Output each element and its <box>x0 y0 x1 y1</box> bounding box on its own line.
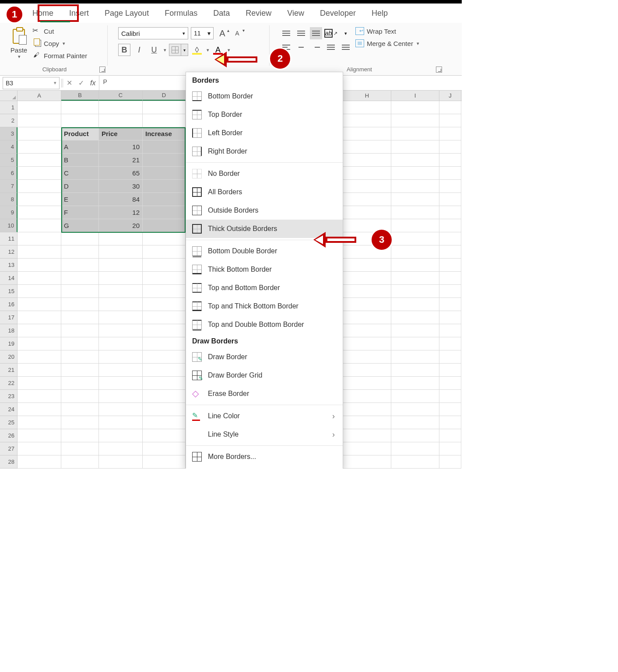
row-header[interactable]: 13 <box>0 259 18 272</box>
menu-top-and-double-bottom-border[interactable]: Top and Double Bottom Border <box>186 315 343 334</box>
cell[interactable] <box>18 377 61 390</box>
copy-button[interactable]: Copy▾ <box>33 39 87 47</box>
borders-dropdown-button[interactable]: ▾ <box>181 44 188 56</box>
cell[interactable] <box>61 429 99 442</box>
cell[interactable] <box>391 416 439 429</box>
cell[interactable] <box>61 403 99 416</box>
cell[interactable] <box>343 455 391 469</box>
cell[interactable] <box>18 140 61 154</box>
cell[interactable] <box>439 272 461 285</box>
row-header[interactable]: 20 <box>0 350 18 364</box>
cell[interactable] <box>143 272 186 285</box>
cell[interactable] <box>391 442 439 455</box>
bold-button[interactable]: B <box>118 44 130 56</box>
row-header[interactable]: 9 <box>0 206 18 219</box>
cell[interactable] <box>439 442 461 455</box>
row-header[interactable]: 18 <box>0 324 18 337</box>
cell[interactable] <box>343 206 391 219</box>
cell[interactable] <box>391 193 439 206</box>
cell[interactable] <box>99 390 143 403</box>
cell[interactable] <box>143 390 186 403</box>
row-header[interactable]: 5 <box>0 154 18 167</box>
cell[interactable] <box>18 127 61 140</box>
row-header[interactable]: 17 <box>0 311 18 324</box>
cell[interactable] <box>99 337 143 350</box>
cell[interactable] <box>343 154 391 167</box>
row-header[interactable]: 1 <box>0 101 18 114</box>
cut-button[interactable]: Cut <box>33 27 87 35</box>
cell[interactable] <box>18 206 61 219</box>
chevron-down-icon[interactable]: ▾ <box>417 41 419 46</box>
cell[interactable] <box>439 390 461 403</box>
cell[interactable] <box>61 324 99 337</box>
cell[interactable] <box>143 285 186 298</box>
cell[interactable] <box>143 377 186 390</box>
cell[interactable] <box>343 364 391 377</box>
cell[interactable] <box>18 232 61 245</box>
cell[interactable] <box>439 377 461 390</box>
cell[interactable] <box>391 232 439 245</box>
cell[interactable] <box>99 114 143 127</box>
cell[interactable] <box>18 403 61 416</box>
increase-indent-button[interactable] <box>340 41 352 53</box>
cell[interactable] <box>18 350 61 364</box>
tab-view[interactable]: View <box>285 7 306 20</box>
cell[interactable] <box>18 311 61 324</box>
cell[interactable] <box>391 180 439 193</box>
dialog-launcher-icon[interactable] <box>99 66 105 73</box>
cell[interactable] <box>439 193 461 206</box>
cell[interactable] <box>99 245 143 259</box>
row-header[interactable]: 2 <box>0 114 18 127</box>
cell[interactable] <box>439 350 461 364</box>
cell[interactable] <box>18 167 61 180</box>
cell[interactable]: Product <box>61 127 99 140</box>
cell[interactable] <box>343 416 391 429</box>
align-right-button[interactable] <box>310 41 322 53</box>
row-header[interactable]: 15 <box>0 285 18 298</box>
cell[interactable] <box>18 259 61 272</box>
cell[interactable]: 20 <box>99 219 143 232</box>
cell[interactable] <box>343 285 391 298</box>
menu-top-and-thick-bottom-border[interactable]: Top and Thick Bottom Border <box>186 297 343 315</box>
align-top-button[interactable] <box>280 27 292 39</box>
cell[interactable] <box>439 455 461 469</box>
row-header[interactable]: 26 <box>0 429 18 442</box>
col-header-H[interactable]: H <box>343 91 391 101</box>
menu-top-and-bottom-border[interactable]: Top and Bottom Border <box>186 279 343 297</box>
cell[interactable] <box>439 298 461 311</box>
menu-left-border[interactable]: Left Border <box>186 124 343 142</box>
menu-right-border[interactable]: Right Border <box>186 142 343 161</box>
cell[interactable] <box>343 167 391 180</box>
cell[interactable] <box>391 114 439 127</box>
cell[interactable]: 30 <box>99 180 143 193</box>
row-header[interactable]: 16 <box>0 298 18 311</box>
menu-top-border[interactable]: Top Border <box>186 105 343 124</box>
menu-bottom-border[interactable]: Bottom Border <box>186 87 343 105</box>
align-bottom-button[interactable] <box>310 27 322 39</box>
cell[interactable]: 84 <box>99 193 143 206</box>
cell[interactable] <box>343 350 391 364</box>
tab-page-layout[interactable]: Page Layout <box>103 7 151 20</box>
select-all-corner[interactable] <box>0 91 18 101</box>
cell[interactable] <box>61 390 99 403</box>
cell[interactable] <box>143 429 186 442</box>
cell[interactable] <box>18 154 61 167</box>
cell[interactable] <box>61 377 99 390</box>
cell[interactable] <box>439 180 461 193</box>
cell[interactable] <box>391 455 439 469</box>
cell[interactable] <box>143 180 186 193</box>
cell[interactable] <box>143 140 186 154</box>
menu-thick-bottom-border[interactable]: Thick Bottom Border <box>186 260 343 279</box>
orientation-button[interactable]: ab↗ <box>325 27 337 39</box>
cell[interactable]: A <box>61 140 99 154</box>
cell[interactable] <box>18 298 61 311</box>
cell[interactable] <box>439 337 461 350</box>
cell[interactable] <box>439 167 461 180</box>
cell[interactable] <box>343 377 391 390</box>
cell[interactable] <box>143 311 186 324</box>
cell[interactable] <box>343 324 391 337</box>
row-header[interactable]: 19 <box>0 337 18 350</box>
cell[interactable] <box>391 259 439 272</box>
cell[interactable] <box>18 416 61 429</box>
cell[interactable] <box>18 442 61 455</box>
